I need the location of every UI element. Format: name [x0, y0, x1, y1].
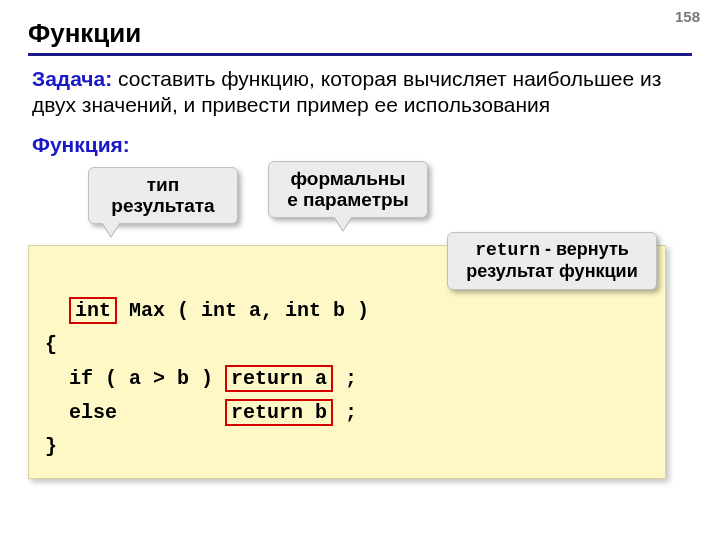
return-keyword: return — [475, 240, 540, 260]
code-brace-close: } — [45, 435, 57, 458]
task-text: составить функцию, которая вычисляет наи… — [32, 67, 661, 116]
page-number: 158 — [675, 8, 700, 25]
callout-row: тип результата формальны е параметры — [28, 167, 692, 239]
page-title: Функции — [28, 18, 692, 56]
callout-return: return - вернуть результат функции — [447, 232, 657, 290]
code-sig: Max ( int a, int b ) — [117, 299, 369, 322]
highlight-return-a: return a — [225, 365, 333, 392]
code-semi-b: ; — [333, 401, 357, 424]
callout-text: формальны е параметры — [287, 168, 409, 211]
code-block: return - вернуть результат функции int M… — [28, 245, 666, 479]
callout-result-type: тип результата — [88, 167, 238, 225]
task-paragraph: Задача: составить функцию, которая вычис… — [32, 66, 692, 119]
callout-formal-params: формальны е параметры — [268, 161, 428, 219]
highlight-int: int — [69, 297, 117, 324]
code-else: else — [45, 401, 225, 424]
code-semi-a: ; — [333, 367, 357, 390]
code-brace-open: { — [45, 333, 57, 356]
function-label: Функция: — [32, 133, 692, 157]
task-label: Задача: — [32, 67, 112, 90]
code-if: if ( a > b ) — [45, 367, 225, 390]
highlight-return-b: return b — [225, 399, 333, 426]
callout-text: тип результата — [111, 174, 214, 217]
